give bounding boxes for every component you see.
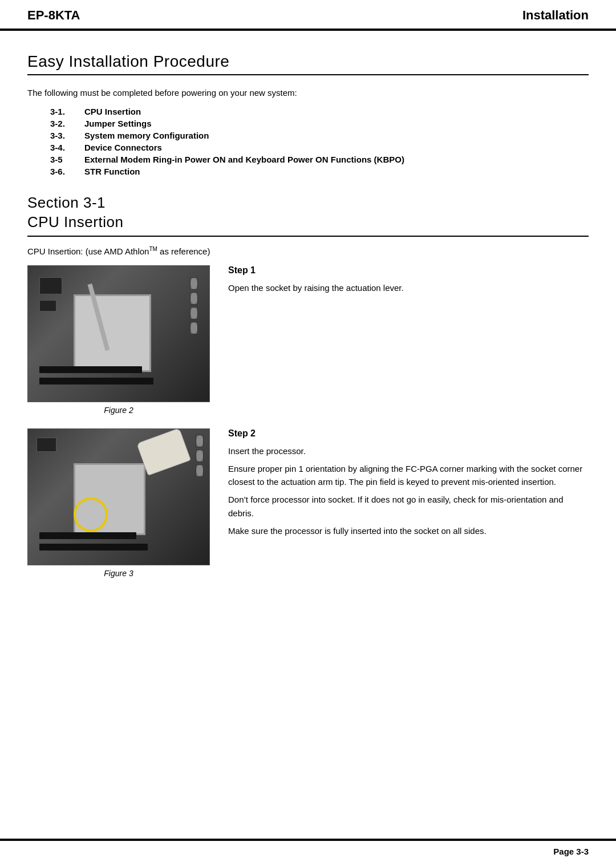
figure2-caption: Figure 2	[104, 406, 133, 415]
toc-label-3: System memory Configuration	[84, 131, 209, 140]
page: EP-8KTA Installation Easy Installation P…	[0, 0, 616, 862]
section-heading-line1: Section 3-1	[27, 193, 589, 213]
toc-label-2: Jumper Settings	[84, 119, 152, 128]
toc-label-4: Device Connectors	[84, 143, 162, 152]
toc-item-3: 3-3. System memory Configuration	[50, 131, 589, 140]
step2-text3: Don’t force processor into socket. If it…	[228, 493, 589, 520]
pcb-slot-2	[39, 366, 142, 373]
step2-text4: Make sure the processor is fully inserte…	[228, 524, 589, 537]
cap-4	[190, 322, 198, 334]
figure2-col: Figure 2	[27, 265, 210, 415]
toc-item-4: 3-4. Device Connectors	[50, 143, 589, 152]
intro-text: The following must be completed before p…	[27, 88, 589, 98]
step1-col: Step 1 Open the socket by raising the ac…	[228, 265, 589, 294]
main-content: Easy Installation Procedure The followin…	[0, 31, 616, 608]
cap-2	[190, 292, 198, 305]
cap-f3-1	[196, 435, 204, 447]
toc-label-5: External Modem Ring-in Power ON and Keyb…	[84, 155, 404, 164]
pcb-slot-1	[39, 378, 153, 385]
step1-title: Step 1	[228, 265, 589, 276]
header-section: Installation	[522, 8, 589, 23]
cap-1	[190, 277, 198, 290]
cap-f3-2	[196, 450, 204, 462]
capacitors-row	[190, 277, 198, 334]
cap-3	[190, 307, 198, 319]
section-heading: Section 3-1 CPU Insertion	[27, 193, 589, 237]
header-product: EP-8KTA	[27, 8, 80, 23]
figure2-step1-row: Figure 2 Step 1 Open the socket by raisi…	[27, 265, 589, 415]
step2-title: Step 2	[228, 428, 589, 439]
footer-page: Page 3-3	[553, 847, 589, 856]
header-bar: EP-8KTA Installation	[0, 0, 616, 31]
toc-num-3: 3-3.	[50, 131, 84, 140]
toc-num-4: 3-4.	[50, 143, 84, 152]
toc-item-6: 3-6. STR Function	[50, 167, 589, 176]
easy-installation-heading: Easy Installation Procedure	[27, 52, 589, 75]
figure3-image	[27, 428, 210, 565]
pin1-marker	[74, 497, 108, 532]
toc-num-1: 3-1.	[50, 107, 84, 116]
cap-f3-3	[196, 464, 204, 477]
toc-num-6: 3-6.	[50, 167, 84, 176]
pcb-chip-fig3-1	[37, 438, 56, 452]
step2-text2: Ensure proper pin 1 orientation by align…	[228, 462, 589, 489]
toc-list: 3-1. CPU Insertion 3-2. Jumper Settings …	[50, 107, 589, 176]
pcb-slot-fig3-2	[39, 532, 136, 539]
toc-num-5: 3-5	[50, 155, 84, 164]
step1-text: Open the socket by raising the actuation…	[228, 281, 589, 294]
capacitors-row-fig3	[196, 435, 204, 477]
figure3-step2-row: Figure 3 Step 2 Insert the processor. En…	[27, 428, 589, 578]
figure2-image	[27, 265, 210, 402]
cpu-intro: CPU Insertion: (use AMD AthlonTM as refe…	[27, 246, 589, 256]
section-heading-line2: CPU Insertion	[27, 213, 589, 232]
cpu-intro-end: as reference)	[157, 246, 210, 256]
pcb-slot-fig3-1	[39, 544, 148, 551]
cpu-intro-text: CPU Insertion: (use AMD Athlon	[27, 246, 149, 256]
figure3-col: Figure 3	[27, 428, 210, 578]
step2-text1: Insert the processor.	[228, 444, 589, 458]
pcb-chip-1	[39, 277, 62, 294]
toc-label-6: STR Function	[84, 167, 140, 176]
toc-item-5: 3-5 External Modem Ring-in Power ON and …	[50, 155, 589, 164]
hand-shape	[136, 428, 191, 476]
figure3-caption: Figure 3	[104, 569, 133, 578]
tm-symbol: TM	[149, 246, 157, 252]
pcb-chip-2	[39, 300, 56, 311]
toc-item-2: 3-2. Jumper Settings	[50, 119, 589, 128]
toc-item-1: 3-1. CPU Insertion	[50, 107, 589, 116]
step2-col: Step 2 Insert the processor. Ensure prop…	[228, 428, 589, 538]
toc-num-2: 3-2.	[50, 119, 84, 128]
toc-label-1: CPU Insertion	[84, 107, 141, 116]
footer-bar: Page 3-3	[0, 839, 616, 862]
